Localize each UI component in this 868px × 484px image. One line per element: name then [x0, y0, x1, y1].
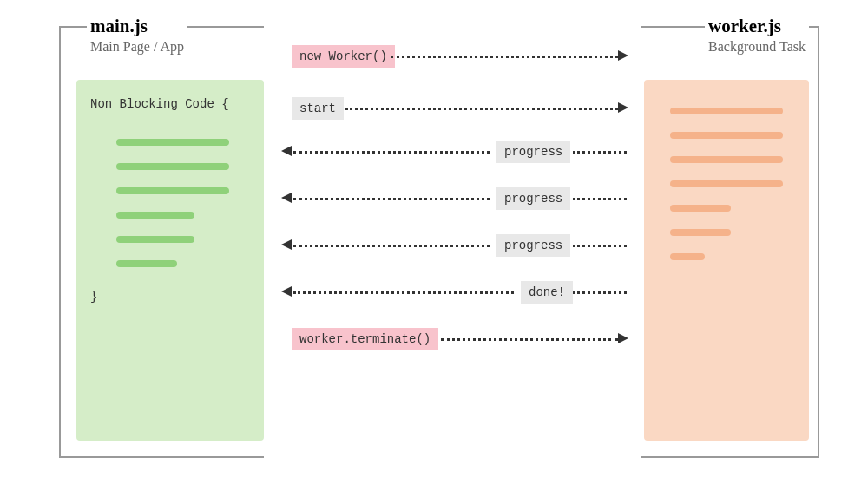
- msg-new-worker: new Worker(): [292, 45, 395, 68]
- msg-progress: progress: [496, 187, 570, 210]
- arrow-line: [573, 245, 627, 247]
- msg-progress: progress: [496, 234, 570, 257]
- arrow-left-icon: [281, 286, 292, 297]
- title-worker: worker.js: [708, 16, 806, 37]
- title-block-worker: worker.js Background Task: [705, 16, 809, 55]
- code-line: [116, 139, 229, 146]
- code-label-nonblocking: Non Blocking Code {: [90, 97, 229, 111]
- msg-start: start: [292, 97, 344, 120]
- code-line: [670, 229, 731, 236]
- arrow-left-icon: [281, 239, 292, 250]
- arrow-left-icon: [281, 193, 292, 203]
- msg-terminate: worker.terminate(): [292, 328, 438, 350]
- msg-done: done!: [521, 281, 573, 304]
- code-line: [670, 180, 783, 187]
- code-line: [670, 156, 783, 163]
- arrow-line: [293, 245, 490, 247]
- arrow-line: [293, 151, 490, 154]
- arrow-right-icon: [618, 333, 628, 343]
- subtitle-main: Main Page / App: [90, 39, 184, 55]
- arrow-line: [441, 338, 618, 341]
- arrow-line: [293, 291, 514, 294]
- code-line: [116, 163, 229, 170]
- title-block-main: main.js Main Page / App: [87, 16, 187, 55]
- arrow-line: [345, 108, 618, 110]
- arrow-line: [573, 291, 627, 294]
- code-line: [670, 108, 783, 114]
- title-main: main.js: [90, 16, 184, 37]
- code-line: [670, 132, 783, 139]
- code-line: [116, 236, 194, 243]
- arrow-line: [293, 198, 490, 200]
- code-line: [670, 205, 731, 212]
- arrow-left-icon: [281, 146, 292, 156]
- code-brace-close: }: [90, 290, 97, 304]
- arrow-line: [391, 56, 618, 58]
- arrow-right-icon: [618, 102, 628, 113]
- code-line: [670, 253, 705, 260]
- code-line: [116, 260, 177, 267]
- arrow-line: [573, 151, 627, 154]
- arrow-right-icon: [618, 50, 628, 61]
- subtitle-worker: Background Task: [708, 39, 806, 55]
- arrow-line: [573, 198, 627, 200]
- code-line: [116, 212, 194, 219]
- msg-progress: progress: [496, 141, 570, 163]
- code-line: [116, 187, 229, 194]
